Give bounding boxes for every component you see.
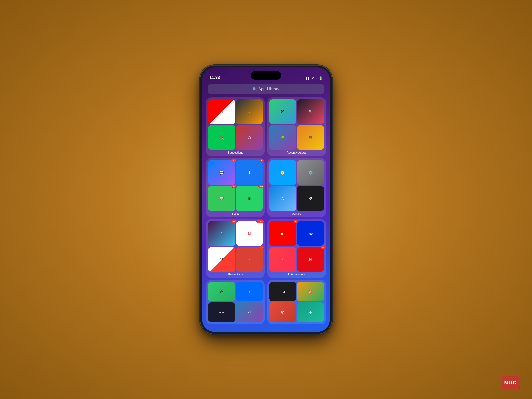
category-utilities[interactable]: 🧭 ⚙️ A ⏱ Utilities [267,158,326,217]
category-social-label: Social [208,211,263,215]
category-row-2: 10 💬 6 f 62 💬 [206,158,326,217]
category-suggestions[interactable]: N a 🪶 ⬡ Suggestions [206,97,265,156]
app-icon-gmail[interactable]: 1,303 M [236,221,263,246]
badge-slack: 32 [232,220,236,223]
phone-device: 11:33 ▮▮ WiFi 🔋 🔍 App Library [200,65,332,334]
category-suggestions-label: Suggestions [208,150,263,154]
productivity-grid: 32 # 1,303 M 31 18 [208,221,263,272]
badge-gmail: 1,303 [256,220,264,223]
app-icon-extra[interactable]: +1 [236,302,263,322]
category-games[interactable]: 123 🎯 🎲 🕹 [267,280,326,324]
status-icons: ▮▮ WiFi 🔋 [306,76,323,80]
utilities-grid: 🧭 ⚙️ A ⏱ [269,160,324,211]
app-icon-todoist[interactable]: 18 ✓ [236,247,263,272]
games-grid: 123 🎯 🎲 🕹 [269,282,324,322]
app-icon-op3[interactable]: ⬡ [236,125,263,150]
category-travel[interactable]: 🗺 Z Uber +1 [206,280,265,324]
category-productivity-label: Productivity [208,272,263,276]
phone-body: 11:33 ▮▮ WiFi 🔋 🔍 App Library [200,65,332,334]
battery-icon: 🔋 [319,76,323,80]
badge-todoist: 18 [259,246,264,249]
app-icon-robinhood[interactable]: 🪶 [208,125,235,150]
app-icon-puzzle[interactable]: 🧩 [269,125,296,150]
category-recently-added[interactable]: 🗺 🔍 🧩 🎮 Recently A [267,97,326,156]
badge-facebook: 6 [260,159,264,162]
category-entertainment[interactable]: 5 ▶ max ♪ 8 N [267,219,326,278]
app-icon-whatsapp[interactable]: 764 📱 [236,186,263,211]
search-bar-label: App Library [258,87,279,91]
app-grid: N a 🪶 ⬡ Suggestions [206,97,326,324]
travel-grid: 🗺 Z Uber +1 [208,282,263,322]
muo-watermark: MUO [502,376,519,389]
app-icon-news[interactable]: N [208,99,235,124]
app-icon-appstore[interactable]: A [269,186,296,211]
category-recently-added-label: Recently Added [269,150,324,154]
app-icon-game4[interactable]: 🎲 [269,302,296,322]
category-row-3: 32 # 1,303 M 31 18 [206,219,326,278]
badge-messenger: 10 [232,159,236,162]
badge-whatsapp: 764 [258,185,264,188]
recently-added-grid: 🗺 🔍 🧩 🎮 [269,99,324,150]
app-icon-settings[interactable]: ⚙️ [297,160,324,185]
suggestions-grid: N a 🪶 ⬡ [208,99,263,150]
search-bar[interactable]: 🔍 App Library [208,84,324,94]
category-row-4: 🗺 Z Uber +1 [206,280,326,324]
category-social[interactable]: 10 💬 6 f 62 💬 [206,158,265,217]
app-icon-zillow[interactable]: Z [236,282,263,301]
app-icon-music[interactable]: ♪ [269,247,296,272]
search-icon: 🔍 [253,87,257,91]
badge-netflix: 8 [321,246,325,249]
category-entertainment-label: Entertainment [269,272,324,276]
power-button[interactable] [332,126,333,149]
badge-youtube: 5 [293,220,297,223]
app-icon-messages[interactable]: 62 💬 [208,186,235,211]
app-icon-facebook[interactable]: 6 f [236,160,263,185]
wifi-icon: WiFi [311,76,317,80]
entertainment-grid: 5 ▶ max ♪ 8 N [269,221,324,272]
app-icon-youtube[interactable]: 5 ▶ [269,221,296,246]
app-icon-amazon[interactable]: a [236,99,263,124]
signal-icon: ▮▮ [306,76,309,80]
app-icon-calculator[interactable]: 123 [269,282,296,301]
app-icon-search[interactable]: 🔍 [297,99,324,124]
status-time: 11:33 [209,75,220,80]
app-icon-game5[interactable]: 🕹 [297,302,324,322]
category-utilities-label: Utilities [269,211,324,215]
phone-screen: 11:33 ▮▮ WiFi 🔋 🔍 App Library [202,67,330,332]
app-icon-netflix[interactable]: 8 N [297,247,324,272]
badge-messages: 62 [232,185,236,188]
muo-text: MUO [504,380,517,386]
app-icon-safari[interactable]: 🧭 [269,160,296,185]
app-icon-messenger[interactable]: 10 💬 [208,160,235,185]
app-icon-uber[interactable]: Uber [208,302,235,322]
app-icon-max[interactable]: max [297,221,324,246]
app-icon-game3[interactable]: 🎯 [297,282,324,301]
app-icon-slack[interactable]: 32 # [208,221,235,246]
social-grid: 10 💬 6 f 62 💬 [208,160,263,211]
app-icon-apple-maps[interactable]: 🗺 [208,282,235,301]
category-productivity[interactable]: 32 # 1,303 M 31 18 [206,219,265,278]
category-row-1: N a 🪶 ⬡ Suggestions [206,97,326,156]
app-icon-calendar[interactable]: 31 [208,247,235,272]
app-icon-clock[interactable]: ⏱ [297,186,324,211]
app-icon-game[interactable]: 🎮 [297,125,324,150]
dynamic-island [251,71,281,80]
app-icon-maps[interactable]: 🗺 [269,99,296,124]
